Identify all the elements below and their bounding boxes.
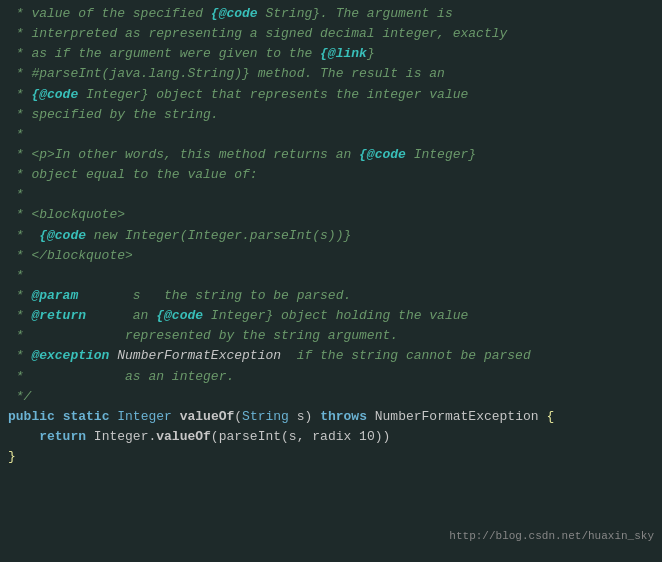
code-token [8, 427, 39, 447]
code-token: ( [234, 407, 242, 427]
code-token: String [242, 407, 289, 427]
code-token: return [39, 427, 86, 447]
code-token: NumberFormatException [367, 407, 546, 427]
code-token: } [367, 44, 375, 64]
code-token: {@code [359, 145, 406, 165]
code-viewer: * value of the specified {@code String}.… [0, 0, 662, 562]
code-line: * </blockquote> [8, 246, 654, 266]
code-token: valueOf [180, 407, 235, 427]
code-line: * <p>In other words, this method returns… [8, 145, 654, 165]
code-token: Integer. [86, 427, 156, 447]
code-token: * value of the specified [8, 4, 211, 24]
code-token: String}. The argument is [258, 4, 453, 24]
code-token: } [8, 447, 16, 467]
code-token: )) [375, 427, 391, 447]
code-token: @return [31, 306, 86, 326]
code-line: public static Integer valueOf(String s) … [8, 407, 654, 427]
code-token: Integer} object that represents the inte… [78, 85, 468, 105]
code-lines: * value of the specified {@code String}.… [8, 4, 654, 467]
code-token: static [63, 407, 110, 427]
code-token: public [8, 407, 55, 427]
code-token: 10 [351, 427, 374, 447]
code-line: * [8, 125, 654, 145]
code-line: * interpreted as representing a signed d… [8, 24, 654, 44]
code-line: * [8, 185, 654, 205]
code-token: s) [289, 407, 320, 427]
code-token: {@code [156, 306, 203, 326]
code-token: * [8, 226, 39, 246]
code-token: * as if the argument were given to the [8, 44, 320, 64]
watermark: http://blog.csdn.net/huaxin_sky [449, 530, 654, 542]
code-line: * {@code new Integer(Integer.parseInt(s)… [8, 226, 654, 246]
code-line: * object equal to the value of: [8, 165, 654, 185]
code-token: * [8, 346, 31, 366]
code-token: @param [31, 286, 78, 306]
code-token: Integer} [406, 145, 476, 165]
code-token: */ [8, 387, 31, 407]
code-token: * [8, 85, 31, 105]
code-token: throws [320, 407, 367, 427]
code-token: valueOf [156, 427, 211, 447]
code-token: * #parseInt(java.lang.String)} method. T… [8, 64, 445, 84]
code-token: Integer} object holding the value [203, 306, 468, 326]
code-line: return Integer.valueOf(parseInt(s, radix… [8, 427, 654, 447]
code-line: * value of the specified {@code String}.… [8, 4, 654, 24]
code-token [55, 407, 63, 427]
code-token: * represented by the string argument. [8, 326, 398, 346]
code-line: } [8, 447, 654, 467]
code-token: * [8, 185, 24, 205]
code-token: * object equal to the value of: [8, 165, 258, 185]
code-token: * <p>In other words, this method returns… [8, 145, 359, 165]
code-line: * @exception NumberFormatException if th… [8, 346, 654, 366]
code-token: * [8, 306, 31, 326]
code-line: * #parseInt(java.lang.String)} method. T… [8, 64, 654, 84]
code-token: {@code [39, 226, 86, 246]
code-line: * specified by the string. [8, 105, 654, 125]
code-line: * {@code Integer} object that represents… [8, 85, 654, 105]
code-token: s the string to be parsed. [78, 286, 351, 306]
code-token: * </blockquote> [8, 246, 133, 266]
code-token: * specified by the string. [8, 105, 219, 125]
code-token: @exception [31, 346, 109, 366]
code-token: {@link [320, 44, 367, 64]
code-line: * as an integer. [8, 367, 654, 387]
code-line: * @param s the string to be parsed. [8, 286, 654, 306]
code-line: * represented by the string argument. [8, 326, 654, 346]
code-line: * <blockquote> [8, 205, 654, 225]
code-token: if the string cannot be parsed [289, 346, 531, 366]
code-token: new Integer(Integer.parseInt(s))} [86, 226, 351, 246]
code-token: radix [312, 427, 351, 447]
code-token: {@code [31, 85, 78, 105]
code-token [172, 407, 180, 427]
code-token: { [546, 407, 554, 427]
code-token: * [8, 266, 24, 286]
code-line: */ [8, 387, 654, 407]
code-token: * [8, 125, 24, 145]
code-token: Integer [117, 407, 172, 427]
code-token [109, 407, 117, 427]
code-token: (parseInt(s, [211, 427, 312, 447]
code-token: * interpreted as representing a signed d… [8, 24, 507, 44]
code-token: NumberFormatException [109, 346, 288, 366]
code-line: * [8, 266, 654, 286]
code-line: * @return an {@code Integer} object hold… [8, 306, 654, 326]
code-token: * <blockquote> [8, 205, 125, 225]
code-token: * [8, 286, 31, 306]
code-token: * as an integer. [8, 367, 234, 387]
code-line: * as if the argument were given to the {… [8, 44, 654, 64]
code-token: {@code [211, 4, 258, 24]
code-token: an [86, 306, 156, 326]
